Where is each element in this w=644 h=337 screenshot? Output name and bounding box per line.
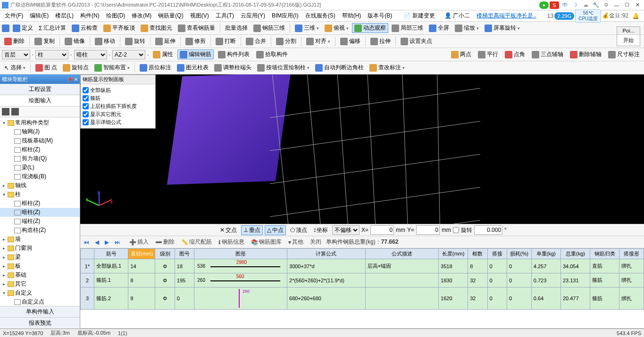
delete-row-button[interactable]: ➖删除 [153,237,176,247]
offset-button[interactable]: 偏移 [338,36,363,46]
delete-button[interactable]: 删除 [2,36,27,46]
menu-edit[interactable]: 编辑(E) [27,11,51,21]
col-header[interactable]: 钢筋归类 [590,249,619,259]
table-row[interactable]: 1*全部纵筋.114Φ1853829803000+37*d层高+锚固351880… [81,259,644,273]
menu-cloud[interactable]: 云应用(Y) [238,11,268,21]
align-slab-button[interactable]: 平齐板顶 [101,23,137,33]
col-header[interactable]: 搭接 [487,249,507,259]
draw-by-wall-button[interactable]: 按墙位置绘制柱 [255,63,312,73]
tab-report[interactable]: 报表预览 [0,317,80,329]
maximize-icon[interactable]: ☐ [622,1,632,9]
tree-item[interactable]: 现浇板(B) [0,172,80,181]
tab-draw-input[interactable]: 绘图输入 [0,95,80,107]
start-button[interactable]: 开始 [617,35,640,46]
collapse-icon[interactable] [11,108,19,115]
col-header[interactable]: 搭接形 [619,249,644,259]
tree-item[interactable]: ▸基础 [0,271,80,279]
copy-button[interactable]: 复制 [32,36,57,46]
align-button[interactable]: 对齐 [304,36,333,46]
nav-prev[interactable]: ◀ [93,239,100,246]
nav-next[interactable]: ▶ [103,239,110,246]
tree-item[interactable]: ▸梁 [0,253,80,262]
local-3d-button[interactable]: 局部三维 [389,23,426,33]
rotate-button[interactable]: 旋转 [123,36,148,46]
offset-select[interactable]: 不偏移 [332,225,360,235]
rebar-3d-button[interactable]: 钢筋三维 [251,23,287,33]
rebar-info-button[interactable]: ℹ钢筋信息 [217,237,246,247]
cloud-check-button[interactable]: 云检查 [69,23,100,33]
tree-item[interactable]: ▾柱 [0,190,80,199]
rebar-table[interactable]: 筋号直径(mm)级别图号图形计算公式公式描述长度(mm)根数搭接损耗(%)单重(… [80,248,644,310]
tree-item[interactable]: ▾自定义 [0,288,80,297]
col-header[interactable]: 计算公式 [287,249,366,259]
close-data-button[interactable]: 关闭 [308,237,323,247]
moon-icon[interactable]: ☽ [570,1,580,9]
view-rebar-button[interactable]: 查看钢筋量 [176,23,217,33]
cn-icon[interactable]: 中 [560,1,569,9]
menu-view[interactable]: 视图(V) [187,11,212,21]
menu-component[interactable]: 构件(N) [77,11,102,21]
col-header[interactable]: 根数 [468,249,487,259]
tree-item[interactable]: 剪力墙(Q) [0,154,80,163]
rotate-check[interactable] [453,225,459,235]
nav-first[interactable]: ⏮ [82,239,91,246]
tree-item[interactable]: 梁(L) [0,163,80,172]
floor-select[interactable]: 首层 [2,50,30,59]
tree-item[interactable]: ▸轴线 [0,181,80,190]
menu-version[interactable]: 版本号(B) [365,11,395,21]
x-input[interactable] [370,225,394,235]
component-list-button[interactable]: 构件列表 [216,49,252,59]
rotate-screen-button[interactable]: 屏幕旋转 [482,23,522,33]
snap-perp[interactable]: ⊥ 垂点 [241,225,263,235]
snap-vertex[interactable]: ⬠ 顶点 [288,225,309,235]
subtype-select[interactable]: 暗柱 [74,50,107,59]
display-option[interactable]: 显示详细公式 [83,118,153,126]
two-point-button[interactable]: 两点 [449,49,474,59]
tree-item[interactable]: ▸板 [0,262,80,271]
table-row[interactable]: 2箍筋.18Φ1952605602*(560+260)+2*(11.9*d)18… [81,273,644,288]
col-header[interactable]: 长度(mm) [439,249,468,259]
sum-button[interactable]: Σ 汇总计算 [36,23,68,33]
bell-icon[interactable]: 🔔 [629,13,642,19]
zoom-button[interactable]: 缩放 [452,23,481,33]
tree-item[interactable]: ▾常用构件类型 [0,118,80,127]
menu-file[interactable]: 文件(F) [2,11,26,21]
snap-coord[interactable]: ⟟ 坐标 [311,225,330,235]
close-icon[interactable]: ✕ [633,1,642,9]
table-row[interactable]: 3箍筋.28Φ0260680+260+680162032000.6420.477… [81,288,644,310]
menu-modify[interactable]: 修改(M) [129,11,154,21]
nav-last[interactable]: ⏭ [113,239,122,246]
snap-mid[interactable]: △ 中点 [265,225,286,235]
tree-item[interactable]: 暗柱(Z) [0,208,80,217]
scale-rebar-button[interactable]: 📏缩尺配筋 [179,237,214,247]
select-button[interactable]: ↖ 选择 [2,63,28,73]
expand-icon[interactable] [2,108,9,115]
col-header[interactable]: 级别 [155,249,175,259]
batch-select-button[interactable]: 批量选择 [223,23,250,33]
menu-floor[interactable]: 楼层(L) [52,11,76,21]
3d-button[interactable]: 三维 [293,23,321,33]
viewport-3d[interactable]: 钢筋显示控制面板 全部纵筋箍筋上层柱插筋下插长度显示其它图元显示详细公式 x y… [80,74,644,224]
col-header[interactable]: 图号 [175,249,194,259]
edit-rebar-button[interactable]: 编辑钢筋 [177,49,214,59]
tree-item[interactable]: 筏板基础(M) [0,136,80,145]
menu-rebar[interactable]: 钢筋量(Q) [155,11,186,21]
pin-icon[interactable]: 📌 ✕ [67,77,78,82]
snap-intersect[interactable]: ✕ 交点 [217,225,239,235]
smart-layout-button[interactable]: 智能布置 [92,63,132,73]
col-header[interactable] [81,249,94,259]
point-button[interactable]: 图 点 [33,63,59,73]
tree-item[interactable]: 构造柱(Z) [0,226,80,235]
tree-item[interactable]: ▸墙 [0,235,80,244]
cloud-icon[interactable]: ☁ [581,1,590,9]
tree-item[interactable]: ▸门窗洞 [0,244,80,253]
trim-button[interactable]: 修剪 [183,36,208,46]
stretch-button[interactable]: 拉伸 [368,36,393,46]
angle-input[interactable] [474,225,502,235]
auto-corner-button[interactable]: 自动判断边角柱 [313,63,366,73]
menu-bim[interactable]: BIM应用(I) [269,11,301,21]
menu-draw[interactable]: 绘图(D) [103,11,128,21]
rotate-point-button[interactable]: 旋转点 [60,63,91,73]
grip-button[interactable]: 设置夹点 [398,36,435,46]
menu-help[interactable]: 帮助(H) [339,11,364,21]
